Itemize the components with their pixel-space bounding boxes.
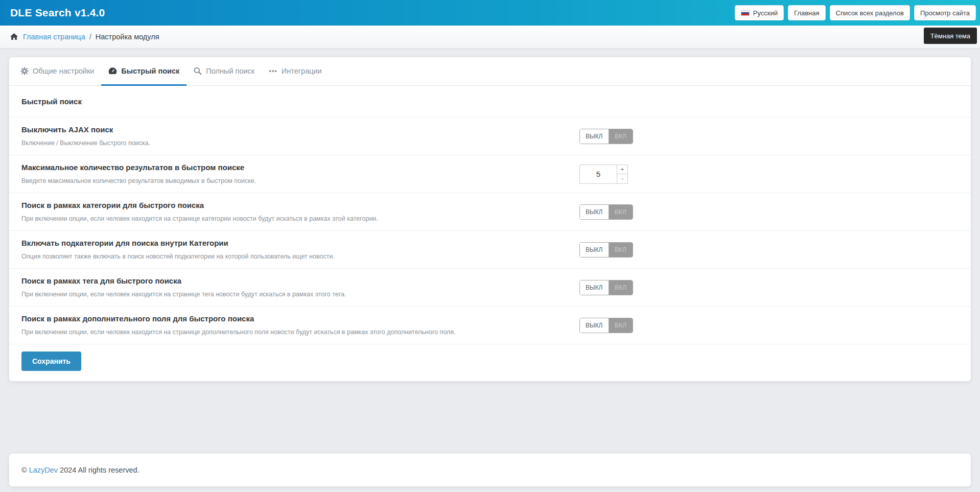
toggle-off-button[interactable]: ВЫКЛ bbox=[580, 243, 609, 257]
search-icon bbox=[194, 67, 202, 75]
tab-label: Полный поиск bbox=[206, 67, 254, 75]
setting-title: Поиск в рамках тега для быстрого поиска bbox=[21, 276, 579, 286]
russia-flag-icon bbox=[741, 10, 750, 16]
setting-row-xfield: Поиск в рамках дополнительного поля для … bbox=[9, 307, 971, 344]
setting-row-subcategories: Включать подкатегории для поиска внутри … bbox=[9, 231, 971, 269]
setting-description: Опция позволяет также включать в поиск н… bbox=[21, 252, 579, 261]
increment-button[interactable]: + bbox=[617, 165, 628, 174]
max-results-widget: + - bbox=[579, 165, 628, 184]
max-results-input[interactable] bbox=[579, 165, 617, 184]
xfield-search-toggle[interactable]: ВЫКЛ ВКЛ bbox=[579, 318, 633, 333]
subcategory-search-toggle[interactable]: ВЫКЛ ВКЛ bbox=[579, 242, 633, 257]
breadcrumb: Главная страница / Настройка модуля bbox=[0, 26, 980, 49]
dark-theme-button[interactable]: Тёмная тема bbox=[924, 28, 977, 44]
setting-description: При включении опции, если человек находи… bbox=[21, 290, 579, 298]
setting-description: Включение / Выключение быстрого поиска. bbox=[21, 139, 579, 147]
home-icon bbox=[10, 33, 18, 40]
setting-title: Включать подкатегории для поиска внутри … bbox=[21, 239, 579, 248]
home-button[interactable]: Главная bbox=[788, 5, 825, 20]
setting-title: Выключить AJAX поиск bbox=[21, 125, 579, 135]
setting-row-tag: Поиск в рамках тега для быстрого поиска … bbox=[9, 269, 971, 307]
ajax-search-toggle[interactable]: ВЫКЛ ВКЛ bbox=[579, 129, 633, 144]
setting-title: Поиск в рамках категории для быстрого по… bbox=[21, 201, 579, 210]
header-actions: Русский Главная Список всех разделов Про… bbox=[735, 5, 976, 20]
setting-description: При включении опции, если человек находи… bbox=[21, 215, 579, 223]
toggle-on-button[interactable]: ВКЛ bbox=[609, 205, 633, 219]
toggle-on-button[interactable]: ВКЛ bbox=[609, 280, 633, 295]
toggle-on-button[interactable]: ВКЛ bbox=[609, 318, 633, 333]
settings-card: Общие настройки Быстрый поиск bbox=[9, 57, 971, 381]
all-sections-button-label: Список всех разделов bbox=[836, 9, 904, 17]
tag-search-toggle[interactable]: ВЫКЛ ВКЛ bbox=[579, 280, 633, 295]
tab-bar: Общие настройки Быстрый поиск bbox=[9, 57, 971, 86]
tab-label: Быстрый поиск bbox=[121, 67, 179, 75]
decrement-button[interactable]: - bbox=[617, 174, 628, 184]
tab-label: Интеграции bbox=[282, 67, 322, 75]
setting-description: При включении опции, если человек находи… bbox=[21, 328, 579, 336]
tab-full-search[interactable]: Полный поиск bbox=[186, 57, 262, 86]
app-title: DLE Search v1.4.0 bbox=[10, 7, 105, 19]
tachometer-icon bbox=[108, 67, 117, 75]
toggle-off-button[interactable]: ВЫКЛ bbox=[580, 129, 609, 144]
home-button-label: Главная bbox=[794, 9, 819, 17]
view-site-button[interactable]: Просмотр сайта bbox=[914, 5, 976, 20]
page: DLE Search v1.4.0 Русский Главная Список… bbox=[0, 0, 980, 492]
all-sections-button[interactable]: Список всех разделов bbox=[830, 5, 910, 20]
view-site-button-label: Просмотр сайта bbox=[920, 9, 970, 17]
copyright-symbol: © bbox=[21, 466, 27, 474]
setting-row-max-results: Максимальное количество результатов в бы… bbox=[9, 155, 971, 193]
tab-general-settings[interactable]: Общие настройки bbox=[13, 57, 101, 86]
copyright-text: 2024 All rights reserved. bbox=[60, 466, 139, 474]
footer-link[interactable]: LazyDev bbox=[29, 466, 58, 474]
breadcrumb-separator: / bbox=[89, 33, 91, 41]
ellipsis-icon: ••• bbox=[269, 67, 277, 75]
save-button[interactable]: Сохранить bbox=[21, 352, 81, 371]
category-search-toggle[interactable]: ВЫКЛ ВКЛ bbox=[579, 204, 633, 220]
toggle-off-button[interactable]: ВЫКЛ bbox=[580, 205, 609, 219]
breadcrumb-current: Настройка модуля bbox=[96, 33, 159, 41]
toggle-off-button[interactable]: ВЫКЛ bbox=[580, 280, 609, 295]
setting-description: Введите максимальное количество результа… bbox=[21, 177, 579, 185]
top-header-bar: DLE Search v1.4.0 Русский Главная Список… bbox=[0, 0, 980, 26]
toggle-on-button[interactable]: ВКЛ bbox=[609, 243, 633, 257]
tab-label: Общие настройки bbox=[33, 67, 94, 75]
footer: © LazyDev 2024 All rights reserved. bbox=[9, 454, 971, 486]
toggle-off-button[interactable]: ВЫКЛ bbox=[580, 318, 609, 333]
language-button[interactable]: Русский bbox=[735, 5, 784, 20]
toggle-on-button[interactable]: ВКЛ bbox=[609, 129, 633, 144]
setting-row-category: Поиск в рамках категории для быстрого по… bbox=[9, 193, 971, 231]
setting-title: Максимальное количество результатов в бы… bbox=[21, 163, 579, 173]
section-heading: Быстрый поиск bbox=[9, 86, 971, 118]
language-button-label: Русский bbox=[753, 9, 778, 17]
tab-integrations[interactable]: ••• Интеграции bbox=[262, 57, 329, 86]
breadcrumb-home-link[interactable]: Главная страница bbox=[23, 33, 85, 41]
gear-icon bbox=[20, 67, 29, 75]
setting-row-ajax: Выключить AJAX поиск Включение / Выключе… bbox=[9, 118, 971, 155]
setting-title: Поиск в рамках дополнительного поля для … bbox=[21, 314, 579, 324]
tab-quick-search[interactable]: Быстрый поиск bbox=[101, 57, 186, 86]
